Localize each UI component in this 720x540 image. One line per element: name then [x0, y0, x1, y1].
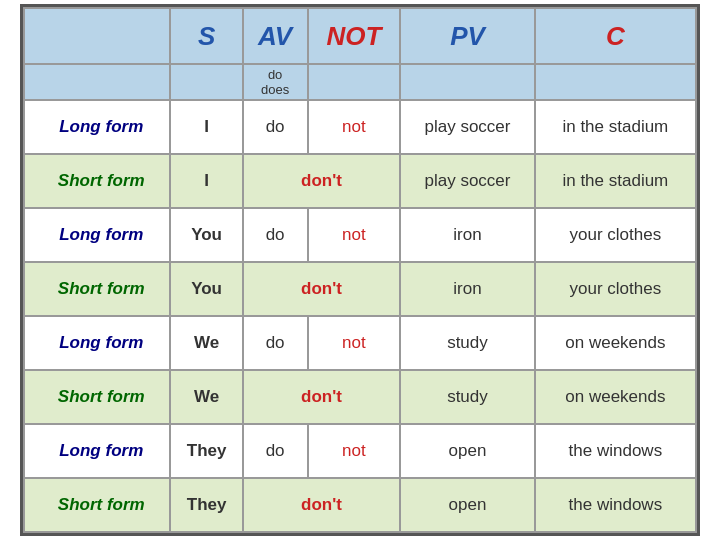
grammar-table: S AV NOT PV C do does Long formIdonotpla… — [20, 4, 700, 536]
subject-cell: I — [170, 100, 242, 154]
subheader-empty1 — [24, 64, 170, 100]
header-av: AV — [243, 8, 308, 64]
principal-verb-cell: iron — [400, 262, 535, 316]
form-type-label: Long form — [51, 441, 143, 460]
subheader-empty4 — [400, 64, 535, 100]
table-row-short-we: Short formWedon'tstudyon weekends — [24, 370, 696, 424]
subheader-do-does: do does — [243, 64, 308, 100]
subheader-row: do does — [24, 64, 696, 100]
subject-cell: They — [170, 478, 242, 532]
auxiliary-verb-cell: do — [243, 424, 308, 478]
auxiliary-verb-cell: do — [243, 208, 308, 262]
header-c: C — [535, 8, 696, 64]
principal-verb-cell: study — [400, 370, 535, 424]
form-type-label: Short form — [50, 171, 145, 190]
header-pv: PV — [400, 8, 535, 64]
subheader-empty3 — [308, 64, 401, 100]
dont-cell: don't — [243, 370, 401, 424]
form-label-cell: Short form — [24, 370, 170, 424]
subject-cell: They — [170, 424, 242, 478]
header-s: S — [170, 8, 242, 64]
form-type-label: Long form — [51, 333, 143, 352]
form-type-label: Short form — [50, 279, 145, 298]
subject-cell: We — [170, 370, 242, 424]
subheader-empty2 — [170, 64, 242, 100]
not-cell: not — [308, 100, 401, 154]
principal-verb-cell: open — [400, 424, 535, 478]
complement-cell: on weekends — [535, 316, 696, 370]
form-type-label: Long form — [51, 225, 143, 244]
not-cell: not — [308, 208, 401, 262]
form-label-cell: Long form — [24, 208, 170, 262]
table-row-short-they: Short formTheydon'topenthe windows — [24, 478, 696, 532]
principal-verb-cell: study — [400, 316, 535, 370]
form-type-label: Short form — [50, 495, 145, 514]
form-label-cell: Short form — [24, 478, 170, 532]
not-cell: not — [308, 424, 401, 478]
header-not: NOT — [308, 8, 401, 64]
complement-cell: the windows — [535, 478, 696, 532]
table-row-short-you: Short formYoudon'tironyour clothes — [24, 262, 696, 316]
table-row-long-they: Long formTheydonotopenthe windows — [24, 424, 696, 478]
table-row-long-you: Long formYoudonotironyour clothes — [24, 208, 696, 262]
complement-cell: in the stadium — [535, 100, 696, 154]
complement-cell: in the stadium — [535, 154, 696, 208]
form-label-cell: Long form — [24, 424, 170, 478]
header-row: S AV NOT PV C — [24, 8, 696, 64]
subject-cell: You — [170, 208, 242, 262]
auxiliary-verb-cell: do — [243, 316, 308, 370]
complement-cell: the windows — [535, 424, 696, 478]
complement-cell: on weekends — [535, 370, 696, 424]
subject-cell: You — [170, 262, 242, 316]
not-cell: not — [308, 316, 401, 370]
form-label-cell: Short form — [24, 154, 170, 208]
complement-cell: your clothes — [535, 208, 696, 262]
dont-cell: don't — [243, 262, 401, 316]
auxiliary-verb-cell: do — [243, 100, 308, 154]
principal-verb-cell: play soccer — [400, 154, 535, 208]
form-label-cell: Long form — [24, 100, 170, 154]
subheader-empty5 — [535, 64, 696, 100]
dont-cell: don't — [243, 478, 401, 532]
principal-verb-cell: open — [400, 478, 535, 532]
subject-cell: We — [170, 316, 242, 370]
form-type-label: Long form — [51, 117, 143, 136]
subject-cell: I — [170, 154, 242, 208]
dont-cell: don't — [243, 154, 401, 208]
table-row-long-we: Long formWedonotstudyon weekends — [24, 316, 696, 370]
table-row-long-i: Long formIdonotplay soccerin the stadium — [24, 100, 696, 154]
table-row-short-i: Short formIdon'tplay soccerin the stadiu… — [24, 154, 696, 208]
header-empty — [24, 8, 170, 64]
form-label-cell: Short form — [24, 262, 170, 316]
complement-cell: your clothes — [535, 262, 696, 316]
principal-verb-cell: iron — [400, 208, 535, 262]
principal-verb-cell: play soccer — [400, 100, 535, 154]
form-label-cell: Long form — [24, 316, 170, 370]
form-type-label: Short form — [50, 387, 145, 406]
